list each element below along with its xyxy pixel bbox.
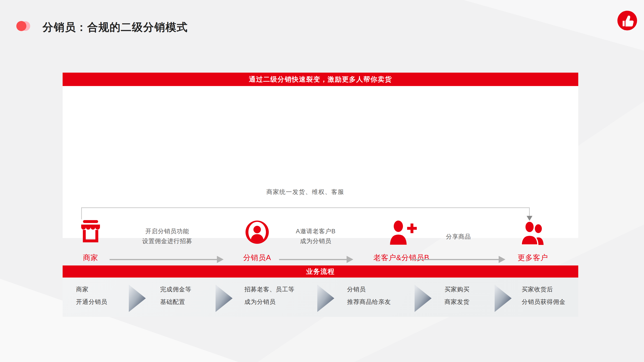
top-rail-left-drop <box>81 207 82 219</box>
step-line: 完成佣金等 <box>160 286 192 293</box>
step-line: 分销员获得佣金 <box>522 299 566 305</box>
edge-label-line: 设置佣金进行招募 <box>142 236 192 246</box>
node-label: 商家 <box>83 253 98 263</box>
flow-arrow <box>279 256 353 263</box>
chevron-right-icon <box>129 285 146 312</box>
top-note: 商家统一发货、维权、客服 <box>81 188 530 196</box>
process-step: 完成佣金等 基础配置 <box>160 286 192 305</box>
edge-label: A邀请老客户B 成为分销员 <box>296 226 336 246</box>
distribution-diagram-panel: 通过二级分销快速裂变，激励更多人帮你卖货 商家统一发货、维权、客服 商家 <box>62 73 578 238</box>
process-step: 买家收货后 分销员获得佣金 <box>522 286 566 305</box>
flow-arrow <box>412 256 505 263</box>
diagram-canvas: 商家统一发货、维权、客服 商家 开启分销员功能 设置佣金进行招募 <box>0 73 644 238</box>
edge-label-line: 成为分销员 <box>296 236 336 246</box>
node-label: 分销员A <box>243 253 271 263</box>
step-line: 开通分销员 <box>76 299 107 305</box>
title-bullet-icon <box>16 21 31 31</box>
node-label: 更多客户 <box>518 253 548 263</box>
storefront-icon <box>80 220 101 243</box>
flow-arrow <box>110 256 224 263</box>
process-step: 商家 开通分销员 <box>76 286 107 305</box>
edge-label-line: A邀请老客户B <box>296 226 336 236</box>
step-line: 基础配置 <box>160 299 192 305</box>
chevron-right-icon <box>414 285 432 312</box>
process-step: 分销员 推荐商品给亲友 <box>347 286 391 305</box>
people-icon <box>518 221 546 245</box>
top-rail-line <box>81 207 530 208</box>
step-line: 买家购买 <box>444 286 470 293</box>
thumbs-up-icon <box>618 11 637 30</box>
process-band: 商家 开通分销员 完成佣金等 基础配置 招募老客、员工等 成为分销员 分销员 推… <box>62 278 578 317</box>
bullet-red-circle <box>16 21 26 31</box>
process-step: 买家购买 商家发货 <box>444 286 470 305</box>
step-line: 商家发货 <box>444 299 470 305</box>
thumbs-up-badge <box>618 11 637 30</box>
slide: 分销员：合规的二级分销模式 通过二级分销快速裂变，激励更多人帮你卖货 商家统一发… <box>0 0 644 362</box>
top-rail-right-drop <box>529 207 530 216</box>
chevron-right-icon <box>317 285 334 312</box>
step-line: 买家收货后 <box>522 286 566 293</box>
step-line: 招募老客、员工等 <box>244 286 294 293</box>
edge-label: 开启分销员功能 设置佣金进行招募 <box>142 226 192 246</box>
top-rail-arrow-icon <box>526 216 532 221</box>
chevron-right-icon <box>495 285 512 312</box>
person-add-icon <box>389 220 417 245</box>
person-circle-icon <box>245 220 269 244</box>
chevron-right-icon <box>216 285 232 312</box>
process-banner: 业务流程 <box>62 266 578 278</box>
edge-label-line: 分享商品 <box>446 232 471 242</box>
page-title: 分销员：合规的二级分销模式 <box>42 20 188 34</box>
step-line: 成为分销员 <box>244 299 294 305</box>
step-line: 推荐商品给亲友 <box>347 299 391 305</box>
step-line: 商家 <box>76 286 107 293</box>
edge-label-line: 开启分销员功能 <box>142 226 192 236</box>
edge-label: 分享商品 <box>446 232 471 242</box>
title-row: 分销员：合规的二级分销模式 <box>0 0 644 40</box>
process-step: 招募老客、员工等 成为分销员 <box>244 286 294 305</box>
step-line: 分销员 <box>347 286 391 293</box>
